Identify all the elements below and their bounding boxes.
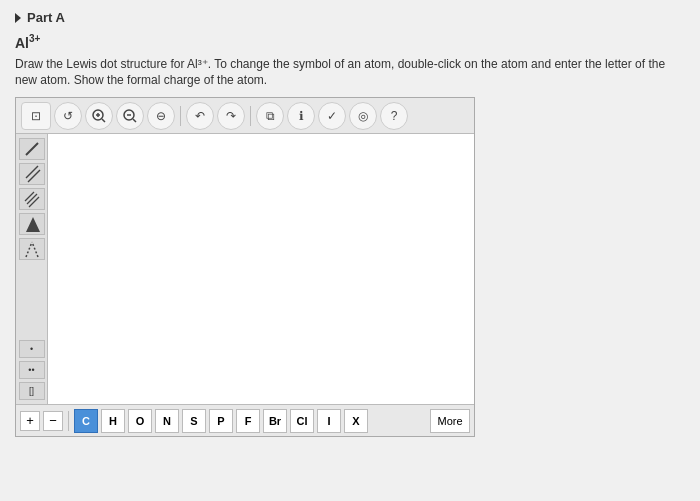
element-N-btn[interactable]: N — [155, 409, 179, 433]
bottom-toolbar: + − C H O N S P F Br Cl I X More — [16, 404, 474, 436]
search-btn[interactable]: ◎ — [349, 102, 377, 130]
triple-bond-tool[interactable] — [19, 188, 45, 210]
lewis-editor: ⊡ ↺ ⊖ ↶ ↷ ⧉ ℹ ✓ ◎ ? — [15, 97, 475, 437]
single-bond-tool[interactable] — [19, 138, 45, 160]
bracket-tool[interactable]: [] — [19, 382, 45, 400]
rotate-cw-btn[interactable]: ↷ — [217, 102, 245, 130]
svg-line-9 — [28, 170, 40, 182]
toolbar-sep2 — [250, 106, 251, 126]
svg-line-12 — [29, 197, 39, 207]
toolbar-sep1 — [180, 106, 181, 126]
drawing-canvas[interactable] — [48, 134, 474, 404]
double-bond-tool[interactable] — [19, 163, 45, 185]
svg-marker-13 — [26, 217, 40, 232]
element-Cl-btn[interactable]: Cl — [290, 409, 314, 433]
help-btn[interactable]: ? — [380, 102, 408, 130]
left-tools-panel: • •• [] — [16, 134, 48, 404]
editor-body: • •• [] — [16, 134, 474, 404]
undo-btn[interactable]: ↺ — [54, 102, 82, 130]
element-O-btn[interactable]: O — [128, 409, 152, 433]
instructions-text: Draw the Lewis dot structure for Al³⁺. T… — [15, 56, 675, 90]
editor-toolbar: ⊡ ↺ ⊖ ↶ ↷ ⧉ ℹ ✓ ◎ ? — [16, 98, 474, 134]
bottom-sep — [68, 411, 69, 431]
single-dot-tool[interactable]: • — [19, 340, 45, 358]
double-dot-tool[interactable]: •• — [19, 361, 45, 379]
check-btn[interactable]: ✓ — [318, 102, 346, 130]
svg-line-8 — [26, 166, 38, 178]
svg-line-3 — [102, 119, 105, 122]
dash-bond-tool[interactable] — [19, 238, 45, 260]
element-X-btn[interactable]: X — [344, 409, 368, 433]
element-I-btn[interactable]: I — [317, 409, 341, 433]
zoom-reset-btn[interactable]: ⊖ — [147, 102, 175, 130]
svg-line-11 — [27, 194, 37, 204]
zoom-in-btn[interactable] — [85, 102, 113, 130]
element-Br-btn[interactable]: Br — [263, 409, 287, 433]
part-triangle-icon — [15, 13, 21, 23]
svg-line-7 — [26, 143, 38, 155]
plus-btn[interactable]: + — [20, 411, 40, 431]
minus-btn[interactable]: − — [43, 411, 63, 431]
more-elements-btn[interactable]: More — [430, 409, 470, 433]
zoom-out-btn[interactable] — [116, 102, 144, 130]
atom-label: Al3+ — [15, 33, 685, 51]
part-label: Part A — [15, 10, 685, 25]
element-S-btn[interactable]: S — [182, 409, 206, 433]
select-tool-btn[interactable]: ⊡ — [21, 102, 51, 130]
element-C-btn[interactable]: C — [74, 409, 98, 433]
svg-line-6 — [133, 119, 136, 122]
element-P-btn[interactable]: P — [209, 409, 233, 433]
part-text: Part A — [27, 10, 65, 25]
rotate-ccw-btn[interactable]: ↶ — [186, 102, 214, 130]
wedge-bond-tool[interactable] — [19, 213, 45, 235]
svg-line-10 — [25, 192, 34, 201]
info-btn[interactable]: ℹ — [287, 102, 315, 130]
svg-line-14 — [26, 242, 32, 257]
element-H-btn[interactable]: H — [101, 409, 125, 433]
svg-line-15 — [32, 242, 38, 257]
element-F-btn[interactable]: F — [236, 409, 260, 433]
copy-btn[interactable]: ⧉ — [256, 102, 284, 130]
